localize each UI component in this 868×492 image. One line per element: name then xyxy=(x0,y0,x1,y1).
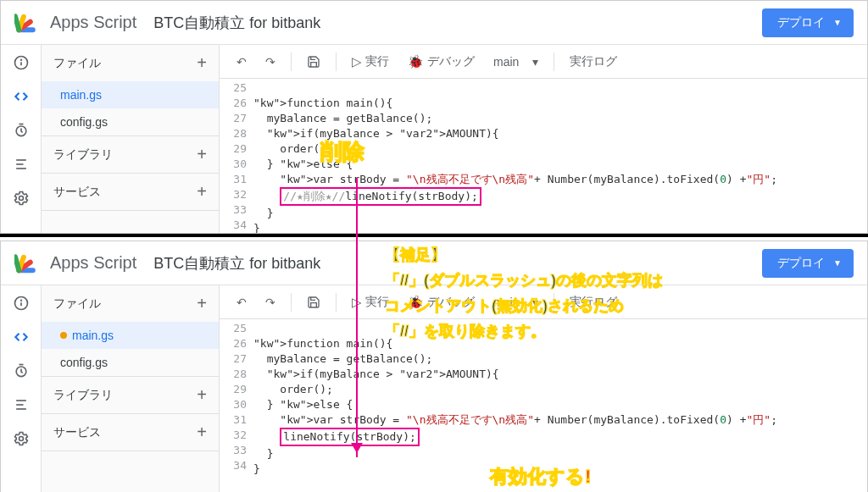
file-item-main[interactable]: main.gs xyxy=(42,81,219,108)
info-icon[interactable] xyxy=(12,53,31,72)
redo-icon[interactable]: ↷ xyxy=(259,50,282,74)
project-title[interactable]: BTC自動積立 for bitbank xyxy=(153,13,762,33)
left-rail xyxy=(1,285,42,492)
settings-icon[interactable] xyxy=(12,189,31,207)
debug-button[interactable]: 🐞デバッグ xyxy=(401,49,481,75)
caret-down-icon: ▼ xyxy=(833,258,842,268)
undo-icon[interactable]: ↶ xyxy=(230,290,253,314)
files-label: ファイル xyxy=(53,296,101,312)
add-library-icon[interactable]: + xyxy=(197,145,207,164)
svg-point-6 xyxy=(20,59,21,60)
libraries-label: ライブラリ xyxy=(53,147,113,163)
deploy-button[interactable]: デプロイ ▼ xyxy=(762,8,854,37)
libraries-label: ライブラリ xyxy=(53,388,113,403)
services-section-header: サービス + xyxy=(42,174,219,210)
deploy-button[interactable]: デプロイ ▼ xyxy=(762,249,854,278)
add-library-icon[interactable]: + xyxy=(197,385,207,405)
info-icon[interactable] xyxy=(12,294,31,312)
svg-point-23 xyxy=(19,437,23,441)
svg-point-11 xyxy=(19,196,23,201)
code-lines[interactable]: "kw">function main(){ myBalance = getBal… xyxy=(253,79,867,233)
line-gutter: 25262728293031323334 xyxy=(220,79,253,233)
libraries-section-header: ライブラリ + xyxy=(42,136,219,173)
redo-icon[interactable]: ↷ xyxy=(259,290,282,314)
header: Apps Script BTC自動積立 for bitbank デプロイ ▼ xyxy=(1,1,867,45)
triggers-icon[interactable] xyxy=(12,362,31,380)
save-icon[interactable] xyxy=(300,50,327,74)
add-service-icon[interactable]: + xyxy=(197,182,207,202)
svg-point-18 xyxy=(20,300,21,301)
annotation-arrow-icon xyxy=(356,178,358,457)
editor-toolbar: ↶ ↷ ▷実行 🐞デバッグ main▾ 実行ログ xyxy=(220,45,867,79)
undo-icon[interactable]: ↶ xyxy=(230,50,253,74)
add-file-icon[interactable]: + xyxy=(197,294,207,313)
play-icon: ▷ xyxy=(352,54,362,69)
executions-icon[interactable] xyxy=(12,155,31,174)
sidebar: ファイル + main.gs config.gs ライブラリ + サービス + xyxy=(42,45,220,233)
unsaved-dot-icon xyxy=(60,332,67,339)
code-area[interactable]: 25262728293031323334 "kw">function main(… xyxy=(220,79,867,233)
services-label: サービス xyxy=(53,185,101,200)
run-button[interactable]: ▷実行 xyxy=(345,290,396,315)
editor-toolbar: ↶ ↷ ▷実行 🐞デバッグ main▾ 実行ログ xyxy=(220,285,867,319)
editor-pane: ↶ ↷ ▷実行 🐞デバッグ main▾ 実行ログ 252627282930313… xyxy=(220,285,867,492)
bug-icon: 🐞 xyxy=(408,295,424,310)
brand-name: Apps Script xyxy=(50,253,136,273)
file-item-main[interactable]: main.gs xyxy=(42,322,219,349)
deploy-label: デプロイ xyxy=(777,15,825,30)
executions-icon[interactable] xyxy=(12,395,31,414)
execution-log-button[interactable]: 実行ログ xyxy=(563,49,624,75)
caret-down-icon: ▾ xyxy=(532,296,538,309)
editor-icon[interactable] xyxy=(12,328,31,346)
screenshot-after: Apps Script BTC自動積立 for bitbank デプロイ ▼ フ… xyxy=(0,240,868,492)
add-file-icon[interactable]: + xyxy=(197,53,207,73)
settings-icon[interactable] xyxy=(12,429,31,448)
header: Apps Script BTC自動積立 for bitbank デプロイ ▼ xyxy=(1,241,867,285)
bug-icon: 🐞 xyxy=(408,54,424,69)
services-label: サービス xyxy=(53,425,101,440)
line-gutter: 25262728293031323334 xyxy=(220,319,253,492)
editor-icon[interactable] xyxy=(12,87,31,106)
caret-down-icon: ▼ xyxy=(833,18,842,27)
sidebar: ファイル + main.gs config.gs ライブラリ + サービス + xyxy=(42,285,220,492)
code-area[interactable]: 25262728293031323334 "kw">function main(… xyxy=(220,319,867,492)
code-lines[interactable]: "kw">function main(){ myBalance = getBal… xyxy=(253,319,867,492)
function-selector[interactable]: main▾ xyxy=(487,52,545,72)
execution-log-button[interactable]: 実行ログ xyxy=(563,290,624,315)
file-item-config[interactable]: config.gs xyxy=(42,108,219,135)
files-label: ファイル xyxy=(53,56,101,71)
services-section-header: サービス + xyxy=(42,414,219,451)
editor-pane: ↶ ↷ ▷実行 🐞デバッグ main▾ 実行ログ 252627282930313… xyxy=(220,45,867,233)
files-section-header: ファイル + xyxy=(42,45,219,81)
run-button[interactable]: ▷実行 xyxy=(345,49,396,75)
file-item-config[interactable]: config.gs xyxy=(42,349,219,376)
apps-script-logo-icon xyxy=(14,251,40,276)
triggers-icon[interactable] xyxy=(12,121,31,140)
divider xyxy=(0,234,868,237)
deploy-label: デプロイ xyxy=(777,256,825,271)
save-icon[interactable] xyxy=(300,290,327,314)
left-rail xyxy=(1,45,42,233)
apps-script-logo-icon xyxy=(14,10,40,36)
screenshot-before: Apps Script BTC自動積立 for bitbank デプロイ ▼ フ… xyxy=(0,0,868,234)
add-service-icon[interactable]: + xyxy=(197,423,207,442)
files-section-header: ファイル + xyxy=(42,285,219,322)
project-title[interactable]: BTC自動積立 for bitbank xyxy=(153,253,762,274)
brand-name: Apps Script xyxy=(50,13,136,32)
libraries-section-header: ライブラリ + xyxy=(42,377,219,413)
caret-down-icon: ▾ xyxy=(532,55,538,69)
debug-button[interactable]: 🐞デバッグ xyxy=(401,290,481,315)
function-selector[interactable]: main▾ xyxy=(487,292,545,312)
